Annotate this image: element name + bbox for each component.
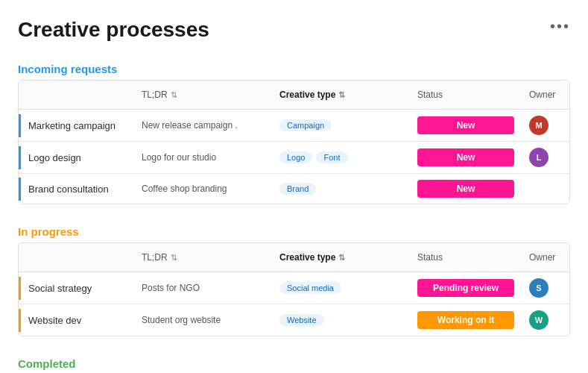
cell-status[interactable]: New <box>410 110 522 140</box>
page-header: Creative processes ••• <box>18 18 570 42</box>
cell-tldr: Posts for NGO <box>134 277 272 299</box>
cell-owner: M <box>522 110 570 141</box>
col-header-creative-type: Creative type ⇅ <box>272 85 410 104</box>
cell-tags: Campaign <box>272 113 410 137</box>
col-header-name <box>19 248 134 267</box>
status-badge: New <box>417 180 514 198</box>
tag-website[interactable]: Website <box>279 314 324 326</box>
tag-campaign[interactable]: Campaign <box>279 119 332 131</box>
table-row: Website devStudent org websiteWebsiteWor… <box>19 304 569 336</box>
cell-tags: Brand <box>272 177 410 201</box>
more-options-icon[interactable]: ••• <box>550 18 570 35</box>
tag-font[interactable]: Font <box>316 151 347 163</box>
cell-tags: Website <box>272 308 410 332</box>
cell-status[interactable]: New <box>410 142 522 172</box>
status-badge: Working on it <box>417 311 514 329</box>
table-header-incoming: TL;DR ⇅Creative type ⇅StatusOwner+ <box>19 81 569 110</box>
cell-owner <box>522 183 570 195</box>
table-row: Social strategyPosts for NGOSocial media… <box>19 272 569 304</box>
tag-brand[interactable]: Brand <box>279 183 316 195</box>
cell-name[interactable]: Marketing campaign <box>19 114 134 137</box>
col-header-creative-type: Creative type ⇅ <box>272 248 410 267</box>
col-header-tldr: TL;DR ⇅ <box>134 85 272 104</box>
cell-tldr: New release campaign . <box>134 114 272 137</box>
section-inprogress: In progressTL;DR ⇅Creative type ⇅StatusO… <box>18 225 570 336</box>
avatar: L <box>529 148 549 167</box>
sort-icon[interactable]: ⇅ <box>338 90 345 100</box>
section-header-completed: Completed <box>18 357 570 370</box>
cell-status[interactable]: Working on it <box>410 305 522 335</box>
section-header-inprogress: In progress <box>18 225 570 238</box>
table-inprogress: TL;DR ⇅Creative type ⇅StatusOwner+Social… <box>18 242 570 336</box>
section-incoming: Incoming requestsTL;DR ⇅Creative type ⇅S… <box>18 63 570 204</box>
status-badge: New <box>417 148 514 166</box>
section-title-completed: Completed <box>18 357 76 370</box>
avatar: M <box>529 116 549 135</box>
tag-social-media[interactable]: Social media <box>279 282 341 294</box>
cell-owner: W <box>522 304 570 336</box>
avatar: W <box>529 310 549 330</box>
table-row: Marketing campaignNew release campaign .… <box>19 110 569 142</box>
page-title: Creative processes <box>18 18 209 42</box>
cell-owner: L <box>522 142 570 173</box>
table-incoming: TL;DR ⇅Creative type ⇅StatusOwner+Market… <box>18 80 570 204</box>
col-header-status: Status <box>410 248 522 267</box>
cell-tags: Social media <box>272 276 410 300</box>
tag-logo[interactable]: Logo <box>279 151 312 163</box>
col-header-owner: Owner <box>522 85 570 104</box>
cell-tldr: Student org website <box>134 309 272 331</box>
table-row: Logo designLogo for our studioLogoFontNe… <box>19 142 569 174</box>
cell-status[interactable]: Pending review <box>410 273 522 303</box>
cell-name[interactable]: Brand consultation <box>19 178 134 201</box>
section-completed: CompletedTL;DR ⇅Creative type ⇅StatusOwn… <box>18 357 570 373</box>
cell-name[interactable]: Logo design <box>19 146 134 169</box>
sort-icon-tldr[interactable]: ⇅ <box>171 253 177 263</box>
section-title-inprogress: In progress <box>18 225 79 238</box>
table-header-inprogress: TL;DR ⇅Creative type ⇅StatusOwner+ <box>19 243 569 272</box>
cell-owner: S <box>522 272 570 304</box>
col-header-name <box>19 85 134 104</box>
status-badge: Pending review <box>417 279 514 297</box>
sort-icon[interactable]: ⇅ <box>338 253 345 263</box>
col-header-tldr: TL;DR ⇅ <box>134 248 272 267</box>
sections-container: Incoming requestsTL;DR ⇅Creative type ⇅S… <box>18 63 570 373</box>
table-row: Brand consultationCoffee shop brandingBr… <box>19 174 569 204</box>
status-badge: New <box>417 116 514 134</box>
section-title-incoming: Incoming requests <box>18 63 117 75</box>
cell-tldr: Logo for our studio <box>134 146 272 169</box>
col-header-owner: Owner <box>522 248 570 267</box>
col-header-status: Status <box>410 85 522 104</box>
cell-name[interactable]: Social strategy <box>19 277 134 300</box>
section-header-incoming: Incoming requests <box>18 63 570 75</box>
cell-name[interactable]: Website dev <box>19 309 134 332</box>
cell-status[interactable]: New <box>410 174 522 204</box>
avatar: S <box>529 278 549 298</box>
sort-icon-tldr[interactable]: ⇅ <box>171 90 177 100</box>
cell-tags: LogoFont <box>272 145 410 169</box>
cell-tldr: Coffee shop branding <box>134 178 272 200</box>
